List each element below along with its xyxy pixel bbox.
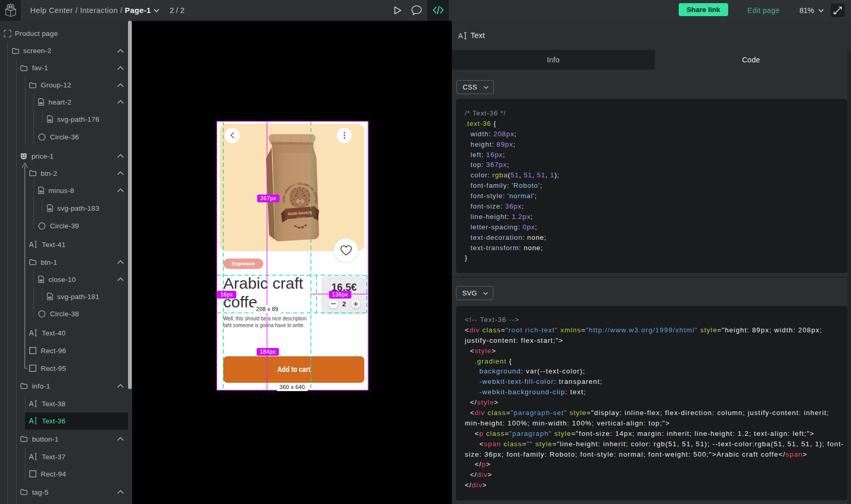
svg-text:A: A — [29, 400, 34, 407]
svg-text:svg: svg — [40, 102, 43, 104]
svg-text:A: A — [29, 453, 34, 460]
svg-text:svg: svg — [40, 279, 43, 281]
svg-text:svg: svg — [48, 296, 52, 299]
svg-text:A: A — [29, 241, 34, 248]
svg-text:A: A — [29, 417, 34, 424]
svg-text:svg: svg — [40, 190, 43, 192]
svg-text:svg: svg — [48, 208, 52, 210]
svg-text:A: A — [458, 32, 463, 40]
svg-text:svg: svg — [48, 119, 52, 121]
svg-text:A: A — [29, 329, 34, 337]
